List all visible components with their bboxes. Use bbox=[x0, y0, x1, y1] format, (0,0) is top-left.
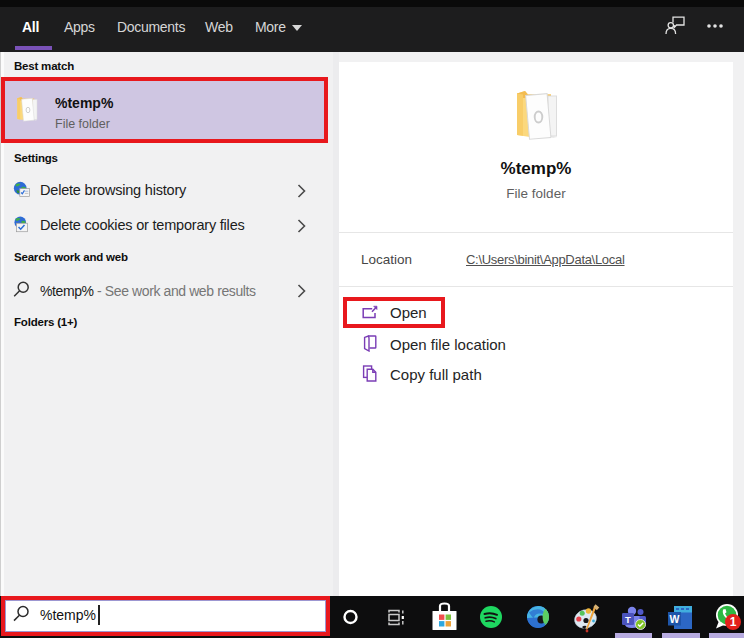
svg-text:W: W bbox=[670, 613, 680, 625]
svg-text:1: 1 bbox=[730, 615, 737, 629]
svg-text:T: T bbox=[625, 614, 631, 625]
